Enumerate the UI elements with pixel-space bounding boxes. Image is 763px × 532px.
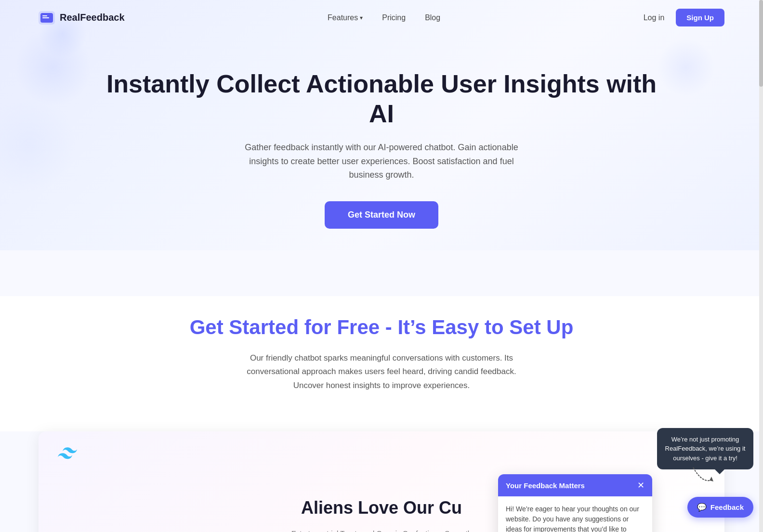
svg-rect-3	[42, 17, 49, 18]
get-started-button[interactable]: Get Started Now	[325, 201, 438, 229]
logo-text: RealFeedback	[60, 12, 125, 23]
feedback-popup-close-button[interactable]: ✕	[637, 481, 645, 490]
nav-pricing[interactable]: Pricing	[382, 13, 406, 22]
chevron-down-icon: ▾	[360, 14, 363, 21]
navbar: RealFeedback Features ▾ Pricing Blog Log…	[0, 0, 763, 35]
feedback-popup: Your Feedback Matters ✕ Hi! We’re eager …	[498, 474, 652, 532]
demo-card-title: Aliens Love Our Cu	[301, 498, 462, 518]
svg-rect-2	[42, 15, 47, 16]
features-subtitle: Our friendly chatbot sparks meaningful c…	[232, 351, 531, 393]
features-section: Get Started for Free - It’s Easy to Set …	[0, 296, 763, 431]
section-gap	[0, 258, 763, 296]
scrollbar[interactable]	[759, 0, 763, 532]
feedback-popup-header: Your Feedback Matters ✕	[498, 474, 652, 496]
nav-actions: Log in Sign Up	[644, 9, 724, 26]
feedback-icon: 💬	[697, 503, 707, 512]
scrollbar-thumb[interactable]	[759, 0, 763, 87]
demo-card: Aliens Love Our Cu Extraterrestrial Trea…	[39, 431, 724, 532]
nav-links: Features ▾ Pricing Blog	[328, 13, 440, 22]
nav-blog[interactable]: Blog	[425, 13, 440, 22]
tooltip-bubble: We’re not just promoting RealFeedback, w…	[657, 428, 753, 470]
logo-icon	[39, 11, 55, 25]
signup-button[interactable]: Sign Up	[676, 9, 724, 26]
features-title: Get Started for Free - It’s Easy to Set …	[96, 315, 667, 339]
logo[interactable]: RealFeedback	[39, 11, 125, 25]
svg-marker-5	[710, 477, 713, 481]
feedback-fab-button[interactable]: 💬 Feedback	[687, 497, 753, 518]
hero-section: Instantly Collect Actionable User Insigh…	[0, 35, 763, 258]
tooltip-arrow	[688, 465, 717, 486]
hero-subtitle: Gather feedback instantly with our AI-po…	[242, 141, 521, 182]
login-button[interactable]: Log in	[644, 13, 665, 22]
hero-title: Instantly Collect Actionable User Insigh…	[96, 69, 667, 129]
demo-card-subtitle: Extraterrestrial Treats and Cosmic Confe…	[291, 529, 472, 532]
feedback-popup-body: Hi! We’re eager to hear your thoughts on…	[498, 496, 652, 532]
nav-features[interactable]: Features ▾	[328, 13, 363, 22]
